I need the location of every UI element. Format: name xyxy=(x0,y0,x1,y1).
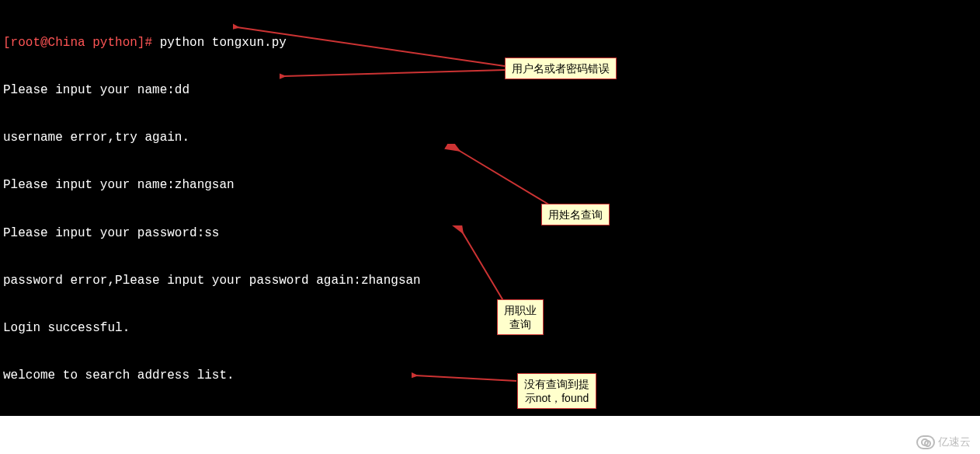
terminal-line: Please input your password:ss xyxy=(3,225,977,241)
terminal-window[interactable]: [root@China python]# python tongxun.py P… xyxy=(0,0,980,416)
watermark-text: 亿速云 xyxy=(938,435,971,449)
prompt: [root@China python]# xyxy=(3,36,160,50)
command: python tongxun.py xyxy=(160,36,287,50)
annotation-not-found: 没有查询到提 示not，found xyxy=(517,373,596,409)
terminal-line: Please input your name:dd xyxy=(3,82,977,98)
terminal-line: password error,Please input your passwor… xyxy=(3,273,977,288)
terminal-line: Please input your name:zhangsan xyxy=(3,177,977,193)
terminal-line: username error,try again. xyxy=(3,130,977,145)
cloud-icon xyxy=(916,435,935,449)
watermark: 亿速云 xyxy=(916,435,971,449)
terminal-line: please input name whom you want to searc… xyxy=(3,416,977,431)
terminal-line: [root@China python]# python tongxun.py xyxy=(3,35,977,51)
annotation-name-search: 用姓名查询 xyxy=(541,204,610,225)
terminal-line: welcome to search address list. xyxy=(3,368,977,383)
annotation-credential-error: 用户名或者密码错误 xyxy=(505,58,617,79)
terminal-line: Login successful. xyxy=(3,320,977,336)
annotation-occupation-search: 用职业 查询 xyxy=(497,299,544,335)
